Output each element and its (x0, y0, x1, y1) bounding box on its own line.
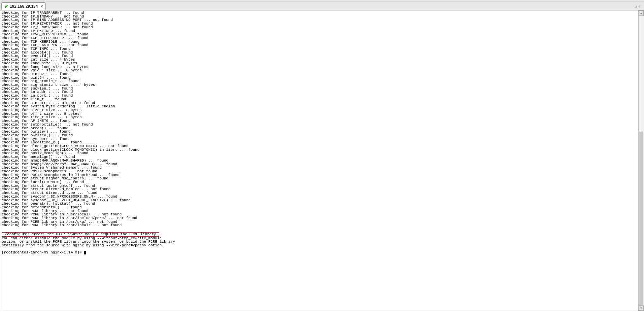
terminal-line: checking for PCRE library in /opt/local/… (2, 223, 642, 227)
terminal-line: checking for IP_TRANSPARENT ... found (2, 11, 642, 15)
terminal-line: checking for rlim_t ... found (2, 98, 642, 101)
terminal-line: checking for sysconf(_SC_NPROCESSORS_ONL… (2, 195, 642, 199)
terminal-line: checking for sig_atomic_t size ... 4 byt… (2, 83, 642, 87)
scroll-down-button[interactable]: ▼ (639, 305, 644, 311)
terminal-line: checking for eventfd() ... found (2, 54, 642, 58)
terminal-line: checking for mmap(MAP_ANON|MAP_SHARED) .… (2, 159, 642, 163)
terminal-line: checking for sig_atomic_t ... found (2, 79, 642, 83)
tab-active[interactable]: ✔ 192.168.29.134 × (1, 2, 46, 10)
terminal-line: checking for int size ... 4 bytes (2, 58, 642, 62)
terminal-line: checking for socklen_t ... found (2, 87, 642, 91)
terminal-line: checking for system byte ordering ... li… (2, 105, 642, 108)
terminal-line: checking for uint32_t ... found (2, 72, 642, 76)
terminal-line: checking for TCP_FASTOPEN ... not found (2, 43, 642, 47)
terminal-line: checking for sys_nerr ... found (2, 137, 642, 141)
terminal-line: checking for void * size ... 8 bytes (2, 69, 642, 72)
terminal-line: checking for uint64_t ... found (2, 76, 642, 80)
terminal-line: checking for setproctitle() ... not foun… (2, 123, 642, 127)
terminal-line: checking for IP_BIND_ADDRESS_NO_PORT ...… (2, 18, 642, 22)
shell-prompt-line[interactable]: [root@centos-aaron-03 nginx-1.14.0]# (2, 251, 642, 254)
terminal-line: checking for off_t size ... 8 bytes (2, 112, 642, 116)
scroll-up-button[interactable]: ▲ (639, 10, 644, 16)
terminal-line: checking for openat(), fstatat() ... fou… (2, 202, 642, 206)
chevron-right-icon[interactable]: ▷ (638, 4, 641, 10)
scroll-track[interactable] (639, 16, 644, 305)
terminal-line: checking for sysconf(_SC_LEVEL1_DCACHE_L… (2, 199, 642, 202)
terminal-line: checking for accept4() ... found (2, 51, 642, 55)
terminal-line: checking for pread() ... found (2, 127, 642, 130)
check-icon: ✔ (4, 4, 8, 9)
terminal-line: checking for IP_PKTINFO ... found (2, 29, 642, 33)
terminal-container: checking for IP_TRANSPARENT ... foundche… (0, 10, 644, 311)
terminal-line: checking for struct dirent.d_namlen ... … (2, 187, 642, 191)
terminal-line: checking for TCP_INFO ... found (2, 47, 642, 51)
terminal-line: checking for ioctl(FIONBIO) ... found (2, 180, 642, 184)
terminal-output[interactable]: checking for IP_TRANSPARENT ... foundche… (0, 10, 644, 311)
terminal-line: checking for TCP_KEEPIDLE ... found (2, 40, 642, 44)
terminal-line: checking for in_port_t ... found (2, 94, 642, 98)
tab-nav: ◁ ▷ (634, 4, 643, 10)
terminal-blank-line (2, 227, 642, 231)
close-icon[interactable]: × (40, 4, 43, 9)
terminal-line: checking for getaddrinfo() ... found (2, 206, 642, 209)
terminal-line: checking for long size ... 8 bytes (2, 62, 642, 65)
tab-title: 192.168.29.134 (10, 4, 38, 9)
terminal-line: statically from the source with nginx by… (2, 244, 642, 247)
terminal-blank-line (2, 247, 642, 251)
terminal-line: checking for in_addr_t ... found (2, 90, 642, 94)
terminal-line: checking for struct msghdr.msg_control .… (2, 177, 642, 180)
terminal-line: checking for long long size ... 8 bytes (2, 65, 642, 69)
terminal-line: checking for time_t size ... 8 bytes (2, 115, 642, 119)
cursor-icon (84, 251, 86, 254)
terminal-line: checking for pwritev() ... found (2, 134, 642, 137)
terminal-line: checking for System V shared memory ... … (2, 166, 642, 170)
terminal-line: checking for IP_RECVDSTADDR ... not foun… (2, 22, 642, 26)
terminal-line: checking for TCP_DEFER_ACCEPT ... found (2, 36, 642, 40)
chevron-left-icon[interactable]: ◁ (634, 4, 637, 10)
terminal-line: checking for pwrite() ... found (2, 130, 642, 134)
terminal-line: checking for IPV6_RECVPKTINFO ... found (2, 33, 642, 36)
terminal-line: checking for clock_gettime(CLOCK_MONOTON… (2, 148, 642, 152)
terminal-line: checking for posix_memalign() ... found (2, 151, 642, 155)
tab-bar: ✔ 192.168.29.134 × ◁ ▷ (0, 2, 644, 10)
terminal-line: checking for AF_INET6 ... found (2, 119, 642, 123)
scroll-thumb[interactable] (639, 132, 643, 305)
terminal-line: checking for size_t size ... 8 bytes (2, 108, 642, 112)
configure-error-highlight: ./configure: error: the HTTP rewrite mod… (2, 232, 159, 237)
terminal-line: checking for IP_SENDSRCADDR ... not foun… (2, 26, 642, 29)
vertical-scrollbar[interactable]: ▲ ▼ (638, 10, 644, 311)
